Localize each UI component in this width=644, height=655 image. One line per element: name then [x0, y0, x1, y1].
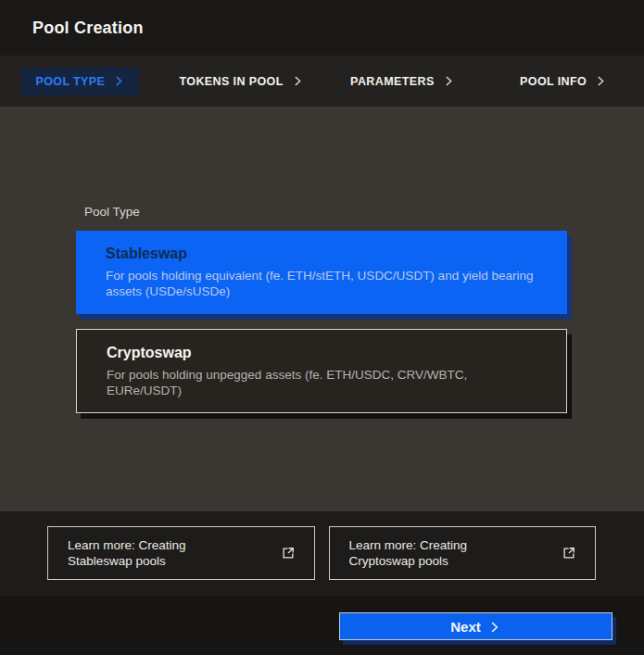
pool-creation-page: Pool Creation POOL TYPE TOKENS IN POOL P…	[0, 0, 644, 655]
tab-pool-type[interactable]: POOL TYPE	[21, 68, 139, 95]
chevron-right-icon	[292, 75, 304, 87]
footer: Next	[0, 596, 644, 655]
pool-type-step: Pool Type Stableswap For pools holding e…	[0, 107, 644, 511]
stableswap-title: Stableswap	[106, 246, 537, 262]
learn-more-stableswap-link[interactable]: Learn more: Creating Stableswap pools	[47, 526, 315, 580]
cryptoswap-title: Cryptoswap	[107, 345, 537, 361]
stableswap-description: For pools holding equivalent (fe. ETH/st…	[106, 268, 537, 299]
next-button-label: Next	[450, 619, 481, 635]
learn-more-section: Learn more: Creating Stableswap pools Le…	[0, 511, 644, 596]
pool-type-option-cryptoswap[interactable]: Cryptoswap For pools holding unpegged as…	[76, 329, 567, 413]
tab-pool-info[interactable]: POOL INFO	[506, 68, 621, 95]
pool-type-label: Pool Type	[84, 205, 644, 219]
tab-tokens-in-pool-label: TOKENS IN POOL	[179, 75, 283, 88]
cryptoswap-description: For pools holding unpegged assets (fe. E…	[107, 367, 496, 398]
next-button[interactable]: Next	[339, 612, 612, 640]
external-link-icon	[280, 545, 297, 561]
page-title: Pool Creation	[32, 19, 144, 38]
tab-pool-info-label: POOL INFO	[520, 75, 587, 88]
learn-more-stableswap-label: Learn more: Creating Stableswap pools	[68, 537, 230, 569]
tab-tokens-in-pool[interactable]: TOKENS IN POOL	[165, 68, 317, 95]
header: Pool Creation	[0, 0, 644, 56]
tab-parameters-label: PARAMETERS	[350, 75, 435, 88]
pool-type-option-stableswap[interactable]: Stableswap For pools holding equivalent …	[76, 231, 567, 314]
step-tabbar: POOL TYPE TOKENS IN POOL PARAMETERS POOL…	[0, 56, 644, 107]
learn-more-cryptoswap-link[interactable]: Learn more: Creating Cryptoswap pools	[329, 526, 597, 580]
chevron-right-icon	[443, 75, 455, 87]
tab-pool-type-label: POOL TYPE	[35, 75, 105, 88]
tab-parameters[interactable]: PARAMETERS	[336, 68, 469, 95]
learn-more-cryptoswap-label: Learn more: Creating Cryptoswap pools	[349, 537, 511, 569]
external-link-icon	[561, 545, 577, 561]
chevron-right-icon	[595, 75, 607, 87]
chevron-right-icon	[488, 621, 501, 634]
pool-type-options: Stableswap For pools holding equivalent …	[76, 231, 567, 413]
chevron-right-icon	[113, 75, 125, 87]
